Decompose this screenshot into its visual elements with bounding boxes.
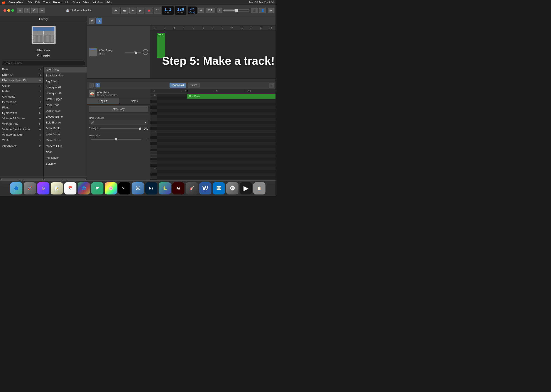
dock-item-system-preferences[interactable]: ⚙: [226, 182, 238, 195]
pr-arrow-btn[interactable]: ←: [89, 83, 94, 88]
menu-view[interactable]: View: [84, 1, 90, 4]
menu-edit[interactable]: Edit: [35, 1, 40, 4]
piano-key[interactable]: C3: [150, 167, 157, 170]
piano-key[interactable]: [150, 109, 157, 112]
fast-forward-button[interactable]: ⏭: [121, 7, 128, 14]
category-item[interactable]: Synthesizer ▶: [0, 110, 43, 116]
search-input[interactable]: [2, 61, 85, 66]
sound-item[interactable]: Crate Digger: [43, 96, 87, 102]
piano-key[interactable]: [150, 127, 157, 130]
piano-key[interactable]: [150, 106, 157, 109]
category-item[interactable]: Bass ⊕: [0, 67, 43, 72]
piano-key[interactable]: [150, 103, 157, 106]
sound-item[interactable]: Epic Electro: [43, 119, 87, 126]
dock-item-maps[interactable]: 🗺: [91, 182, 104, 195]
piano-roll-tab[interactable]: Piano Roll: [169, 83, 186, 88]
sound-item[interactable]: Major Crush: [43, 137, 87, 143]
apple-menu[interactable]: 🍎: [2, 1, 6, 4]
maximize-button[interactable]: [11, 9, 14, 12]
add-track-button[interactable]: +: [89, 18, 95, 24]
track-scrollbar[interactable]: [87, 78, 276, 81]
help-button[interactable]: ?: [24, 8, 30, 13]
volume-knob[interactable]: ○: [143, 49, 148, 55]
sound-item[interactable]: Dub Smash: [43, 108, 87, 114]
category-item[interactable]: Vintage Mellotron ⊕: [0, 132, 43, 137]
minimize-button[interactable]: [7, 9, 10, 12]
dock-item-python[interactable]: 🐍: [159, 182, 171, 195]
piano-key[interactable]: [150, 146, 157, 148]
menu-share[interactable]: Share: [73, 1, 80, 4]
menu-garageband[interactable]: GarageBand: [8, 1, 25, 4]
sound-item[interactable]: Boutique 808: [43, 90, 87, 96]
dock-item-finder[interactable]: 🔵: [10, 182, 22, 195]
share-btn[interactable]: ⬛: [251, 8, 258, 13]
headphones-icon[interactable]: 🎧: [102, 52, 105, 55]
menu-track[interactable]: Track: [43, 1, 50, 4]
sound-item[interactable]: Pile Driver: [43, 155, 87, 161]
piano-key[interactable]: [150, 97, 157, 100]
menu-mix[interactable]: Mix: [65, 1, 70, 4]
piano-key[interactable]: [150, 115, 157, 118]
stop-button[interactable]: ■: [129, 7, 136, 14]
dock-item-ai-illustrator[interactable]: Ai: [172, 182, 184, 195]
dock-item-word[interactable]: W: [199, 182, 211, 195]
piano-key[interactable]: C5: [150, 94, 157, 97]
piano-key[interactable]: [150, 152, 157, 155]
menu-file[interactable]: File: [28, 1, 32, 4]
piano-key[interactable]: [150, 139, 157, 142]
dock-item-quicktime[interactable]: ▶: [240, 182, 252, 195]
dock-item-photoshop[interactable]: Ps: [145, 182, 157, 195]
piano-key[interactable]: [150, 124, 157, 127]
sound-item[interactable]: Indie Disco: [43, 131, 87, 137]
category-item[interactable]: World ⊕: [0, 137, 43, 143]
piano-key[interactable]: [150, 176, 157, 179]
strength-slider[interactable]: [100, 128, 141, 129]
pr-zoom-btn[interactable]: ⟫: [95, 83, 100, 88]
dock-item-outlook[interactable]: ✉: [213, 182, 225, 195]
notes-tab[interactable]: Notes: [119, 98, 150, 104]
piano-key[interactable]: [150, 148, 157, 152]
sound-item[interactable]: After Party: [43, 67, 87, 72]
dock-item-preview[interactable]: 🖼: [132, 182, 144, 195]
category-item[interactable]: Piano ▶: [0, 105, 43, 110]
dock-item-terminal[interactable]: >_: [118, 182, 131, 195]
count-in-btn[interactable]: 1234: [206, 8, 215, 13]
dock-item-clippings[interactable]: 📋: [253, 182, 265, 195]
menu-help[interactable]: Help: [106, 1, 112, 4]
cycle-button[interactable]: ↻: [154, 7, 161, 14]
piano-key[interactable]: [150, 121, 157, 124]
piano-key[interactable]: [150, 155, 157, 158]
tuner-btn[interactable]: ♩: [217, 8, 222, 13]
piano-key[interactable]: [150, 112, 157, 115]
dock-item-calendar[interactable]: 📅: [64, 182, 77, 195]
metronome-button[interactable]: ⏱: [31, 8, 38, 13]
sound-item[interactable]: Neon: [43, 149, 87, 155]
sound-item[interactable]: Electro Bump: [43, 114, 87, 119]
piano-key[interactable]: [150, 142, 157, 146]
piano-key[interactable]: [150, 173, 157, 176]
green-region-bar[interactable]: After Party: [187, 94, 276, 99]
category-item[interactable]: Percussion ⊕: [0, 99, 43, 105]
category-item[interactable]: Vintage B3 Organ ▶: [0, 116, 43, 121]
piano-key[interactable]: [150, 133, 157, 136]
dock-item-notes[interactable]: 📝: [51, 182, 63, 195]
piano-key[interactable]: [150, 136, 157, 139]
transpose-slider[interactable]: [91, 139, 141, 140]
close-button[interactable]: [3, 9, 6, 12]
mute-icon[interactable]: ◉: [99, 52, 101, 55]
dock-item-chrome[interactable]: 🌐: [78, 182, 90, 195]
sound-item[interactable]: Beat Machine: [43, 72, 87, 78]
piano-key[interactable]: [150, 100, 157, 103]
category-item[interactable]: Guitar ⊕: [0, 83, 43, 88]
record-button[interactable]: ⏺: [145, 7, 153, 14]
pencil-tool[interactable]: ✏: [198, 8, 204, 13]
track-volume-slider[interactable]: [125, 52, 142, 53]
category-item[interactable]: Vintage Clav ▶: [0, 121, 43, 126]
menu-window[interactable]: Window: [93, 1, 103, 4]
category-item[interactable]: Electronic Drum Kit ▶: [0, 77, 43, 83]
smart-controls-icon[interactable]: ⟫: [96, 18, 102, 24]
piano-key[interactable]: [150, 170, 157, 173]
smart-controls-btn[interactable]: ⊟: [268, 8, 274, 13]
score-tab[interactable]: Score: [188, 83, 200, 88]
region-tab[interactable]: Region: [87, 98, 119, 104]
